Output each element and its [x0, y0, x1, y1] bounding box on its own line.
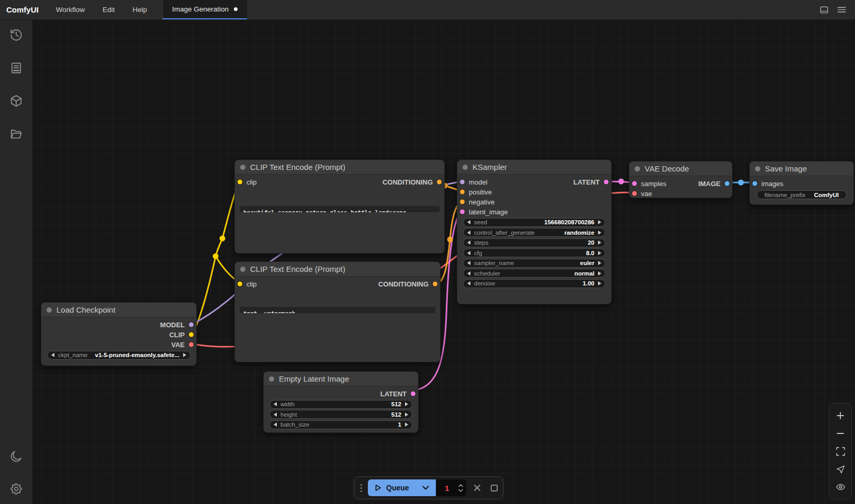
- prev-arrow-icon[interactable]: [51, 353, 54, 357]
- conditioning-output-slot[interactable]: CONDITIONING: [378, 280, 437, 288]
- stepper-up-icon[interactable]: [458, 484, 463, 487]
- negative-input-port[interactable]: [460, 199, 465, 204]
- clip-input-slot[interactable]: clip: [238, 280, 257, 288]
- latent-output-slot[interactable]: LATENT: [380, 390, 415, 397]
- queue-button[interactable]: Queue: [368, 479, 436, 496]
- select-mode-button[interactable]: [829, 461, 852, 477]
- latent-output-port[interactable]: [411, 391, 415, 396]
- node-title-bar[interactable]: VAE Decode: [629, 162, 732, 176]
- negative-input-slot[interactable]: negative: [460, 198, 494, 205]
- link-dot-clip-1[interactable]: [213, 254, 219, 259]
- latent-image-input-slot[interactable]: latent_image: [460, 208, 508, 215]
- prev-arrow-icon[interactable]: [467, 231, 470, 235]
- collapse-dot-icon[interactable]: [755, 166, 760, 171]
- node-title-bar[interactable]: Load Checkpoint: [41, 303, 196, 317]
- bottom-panel-toggle-button[interactable]: [819, 5, 829, 15]
- next-arrow-icon[interactable]: [405, 413, 408, 417]
- collapse-dot-icon[interactable]: [269, 376, 274, 382]
- denoise-widget[interactable]: denoise1.00: [463, 279, 605, 288]
- menu-item-edit[interactable]: Edit: [94, 0, 123, 19]
- vae-input-slot[interactable]: vae: [632, 189, 652, 197]
- samples-input-slot[interactable]: samples: [632, 179, 666, 187]
- model-output-port[interactable]: [189, 322, 194, 327]
- steps-widget[interactable]: steps20: [463, 238, 605, 247]
- conditioning-output-port[interactable]: [433, 281, 437, 286]
- next-arrow-icon[interactable]: [183, 353, 186, 357]
- latent-output-slot[interactable]: LATENT: [573, 178, 609, 186]
- collapse-dot-icon[interactable]: [47, 307, 52, 313]
- conditioning-output-slot[interactable]: CONDITIONING: [383, 178, 442, 186]
- node-title-bar[interactable]: Save Image: [750, 162, 853, 176]
- conditioning-output-port[interactable]: [437, 179, 442, 184]
- collapse-dot-icon[interactable]: [240, 267, 245, 272]
- prev-arrow-icon[interactable]: [467, 251, 470, 255]
- next-arrow-icon[interactable]: [598, 240, 601, 245]
- images-input-slot[interactable]: images: [752, 179, 783, 187]
- clip-input-slot[interactable]: clip: [238, 178, 257, 186]
- node-graph-canvas[interactable]: Load Checkpoint MODEL CLIP VAE ckpt_name…: [32, 20, 855, 504]
- collapse-dot-icon[interactable]: [463, 165, 468, 170]
- prev-arrow-icon[interactable]: [467, 261, 470, 265]
- prev-arrow-icon[interactable]: [467, 220, 470, 224]
- image-output-port[interactable]: [725, 181, 729, 186]
- node-clip-text-encode-positive[interactable]: CLIP Text Encode (Prompt) clip CONDITION…: [234, 159, 445, 254]
- theme-toggle-button[interactable]: [9, 450, 23, 463]
- samples-input-port[interactable]: [632, 181, 637, 186]
- images-input-port[interactable]: [752, 181, 757, 186]
- link-dot-clip-2[interactable]: [220, 236, 226, 242]
- prev-arrow-icon[interactable]: [467, 281, 470, 285]
- vae-input-port[interactable]: [632, 191, 637, 196]
- seed-widget[interactable]: seed156680208700286: [463, 218, 605, 227]
- latent-output-port[interactable]: [604, 179, 609, 184]
- link-dot-latent[interactable]: [618, 179, 624, 185]
- node-empty-latent-image[interactable]: Empty Latent Image LATENT width512 heigh…: [263, 371, 419, 433]
- filename-prefix-widget[interactable]: filename_prefix ComfyUI: [757, 190, 847, 199]
- node-load-checkpoint[interactable]: Load Checkpoint MODEL CLIP VAE ckpt_name…: [41, 302, 197, 366]
- next-arrow-icon[interactable]: [405, 422, 408, 427]
- clip-output-port[interactable]: [189, 332, 194, 337]
- prev-arrow-icon[interactable]: [467, 271, 470, 276]
- batch-count-value[interactable]: 1: [436, 484, 458, 492]
- batch-count-input[interactable]: 1: [436, 479, 466, 496]
- node-title-bar[interactable]: Empty Latent Image: [264, 372, 418, 386]
- prev-arrow-icon[interactable]: [274, 402, 277, 406]
- next-arrow-icon[interactable]: [598, 220, 601, 224]
- prev-arrow-icon[interactable]: [274, 413, 277, 417]
- model-library-button[interactable]: [9, 94, 23, 108]
- node-ksampler[interactable]: KSampler model LATENT positive negative …: [457, 159, 612, 304]
- positive-input-port[interactable]: [460, 189, 465, 194]
- next-arrow-icon[interactable]: [598, 251, 601, 255]
- tab-image-generation[interactable]: Image Generation: [162, 0, 247, 19]
- control-after-generate-widget[interactable]: control_after_generaterandomize: [463, 228, 605, 237]
- sampler-name-widget[interactable]: sampler_nameeuler: [463, 259, 605, 268]
- cfg-widget[interactable]: cfg8.0: [463, 248, 605, 257]
- next-arrow-icon[interactable]: [598, 271, 601, 276]
- clip-input-port[interactable]: [238, 179, 242, 184]
- node-title-bar[interactable]: CLIP Text Encode (Prompt): [235, 262, 440, 277]
- node-title-bar[interactable]: CLIP Text Encode (Prompt): [235, 160, 444, 175]
- prev-arrow-icon[interactable]: [274, 422, 277, 427]
- node-library-button[interactable]: [9, 61, 23, 75]
- drag-handle[interactable]: [359, 484, 363, 492]
- stepper-down-icon[interactable]: [458, 489, 463, 492]
- batch-size-widget[interactable]: batch_size1: [269, 420, 412, 429]
- negative-prompt-textarea[interactable]: text, watermark: [240, 307, 435, 313]
- settings-button[interactable]: [9, 482, 23, 496]
- fit-view-button[interactable]: [829, 443, 852, 460]
- workflows-button[interactable]: [9, 127, 23, 141]
- batch-count-stepper[interactable]: [458, 484, 466, 492]
- toggle-link-visibility-button[interactable]: [829, 478, 852, 495]
- prev-arrow-icon[interactable]: [467, 240, 470, 245]
- queue-history-button[interactable]: [9, 28, 23, 42]
- zoom-out-button[interactable]: [829, 425, 852, 442]
- stop-button[interactable]: [488, 484, 500, 492]
- clip-input-port[interactable]: [238, 281, 242, 286]
- next-arrow-icon[interactable]: [405, 402, 408, 406]
- menu-item-help[interactable]: Help: [123, 0, 156, 19]
- next-arrow-icon[interactable]: [598, 231, 601, 235]
- zoom-in-button[interactable]: [829, 407, 852, 424]
- positive-prompt-textarea[interactable]: beautiful scenery nature glass bottle la…: [240, 206, 440, 212]
- next-arrow-icon[interactable]: [598, 281, 601, 285]
- scheduler-widget[interactable]: schedulernormal: [463, 269, 605, 278]
- queue-options-button[interactable]: [422, 486, 429, 490]
